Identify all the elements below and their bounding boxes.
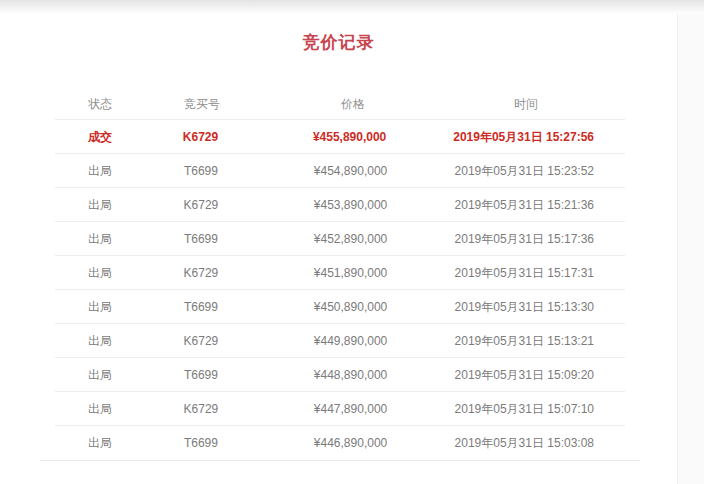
header-bidder: 竞买号: [156, 96, 248, 113]
bidder-cell: T6699: [155, 436, 246, 450]
bid-record-table: 状态 竞买号 价格 时间 成交 K6729 ¥455,890,000 2019年…: [40, 88, 640, 461]
status-cell: 出局: [40, 367, 155, 384]
table-row: 出局 K6729 ¥449,890,000 2019年05月31日 15:13:…: [40, 324, 640, 358]
status-cell: 成交: [40, 129, 155, 146]
bidder-cell: K6729: [155, 334, 246, 348]
header-price: 价格: [248, 96, 458, 113]
table-row: 出局 T6699 ¥454,890,000 2019年05月31日 15:23:…: [40, 154, 640, 188]
table-row: 成交 K6729 ¥455,890,000 2019年05月31日 15:27:…: [40, 120, 640, 154]
bidder-cell: K6729: [155, 266, 246, 280]
table-row: 出局 T6699 ¥450,890,000 2019年05月31日 15:13:…: [40, 290, 640, 324]
time-cell: 2019年05月31日 15:09:20: [455, 367, 640, 384]
price-cell: ¥455,890,000: [246, 130, 453, 144]
status-cell: 出局: [40, 231, 155, 248]
table-row: 出局 T6699 ¥448,890,000 2019年05月31日 15:09:…: [40, 358, 640, 392]
header-time: 时间: [458, 96, 640, 113]
status-cell: 出局: [40, 333, 155, 350]
status-cell: 出局: [40, 401, 155, 418]
bidder-cell: T6699: [155, 164, 246, 178]
page-title: 竞价记录: [0, 31, 677, 54]
time-cell: 2019年05月31日 15:21:36: [455, 197, 640, 214]
price-cell: ¥449,890,000: [247, 334, 455, 348]
table-header-row: 状态 竞买号 价格 时间: [40, 88, 640, 120]
price-cell: ¥452,890,000: [247, 232, 455, 246]
status-cell: 出局: [40, 265, 155, 282]
bidder-cell: K6729: [155, 130, 246, 144]
price-cell: ¥447,890,000: [247, 402, 455, 416]
time-cell: 2019年05月31日 15:13:21: [455, 333, 640, 350]
price-cell: ¥446,890,000: [247, 436, 455, 450]
price-cell: ¥453,890,000: [247, 198, 455, 212]
price-cell: ¥451,890,000: [247, 266, 455, 280]
price-cell: ¥448,890,000: [247, 368, 455, 382]
header-status: 状态: [40, 96, 156, 113]
table-row: 出局 T6699 ¥446,890,000 2019年05月31日 15:03:…: [40, 426, 640, 460]
time-cell: 2019年05月31日 15:27:56: [453, 129, 640, 146]
time-cell: 2019年05月31日 15:03:08: [455, 435, 640, 452]
status-cell: 出局: [40, 197, 155, 214]
status-cell: 出局: [40, 299, 155, 316]
bidder-cell: T6699: [155, 300, 246, 314]
bidder-cell: K6729: [155, 402, 246, 416]
bid-table-body: 成交 K6729 ¥455,890,000 2019年05月31日 15:27:…: [40, 120, 640, 460]
price-cell: ¥454,890,000: [247, 164, 455, 178]
time-cell: 2019年05月31日 15:17:36: [455, 231, 640, 248]
bidder-cell: T6699: [155, 232, 246, 246]
table-row: 出局 K6729 ¥453,890,000 2019年05月31日 15:21:…: [40, 188, 640, 222]
status-cell: 出局: [40, 435, 155, 452]
table-row: 出局 K6729 ¥451,890,000 2019年05月31日 15:17:…: [40, 256, 640, 290]
time-cell: 2019年05月31日 15:13:30: [455, 299, 640, 316]
time-cell: 2019年05月31日 15:17:31: [455, 265, 640, 282]
top-bar: [0, 0, 704, 14]
price-cell: ¥450,890,000: [247, 300, 455, 314]
bidding-record-page: 竞价记录 状态 竞买号 价格 时间 成交 K6729 ¥455,890,000 …: [0, 0, 677, 484]
right-background-strip: [677, 12, 704, 484]
status-cell: 出局: [40, 163, 155, 180]
time-cell: 2019年05月31日 15:23:52: [455, 163, 640, 180]
bidder-cell: K6729: [155, 198, 246, 212]
time-cell: 2019年05月31日 15:07:10: [455, 401, 640, 418]
table-row: 出局 T6699 ¥452,890,000 2019年05月31日 15:17:…: [40, 222, 640, 256]
bidder-cell: T6699: [155, 368, 246, 382]
table-row: 出局 K6729 ¥447,890,000 2019年05月31日 15:07:…: [40, 392, 640, 426]
